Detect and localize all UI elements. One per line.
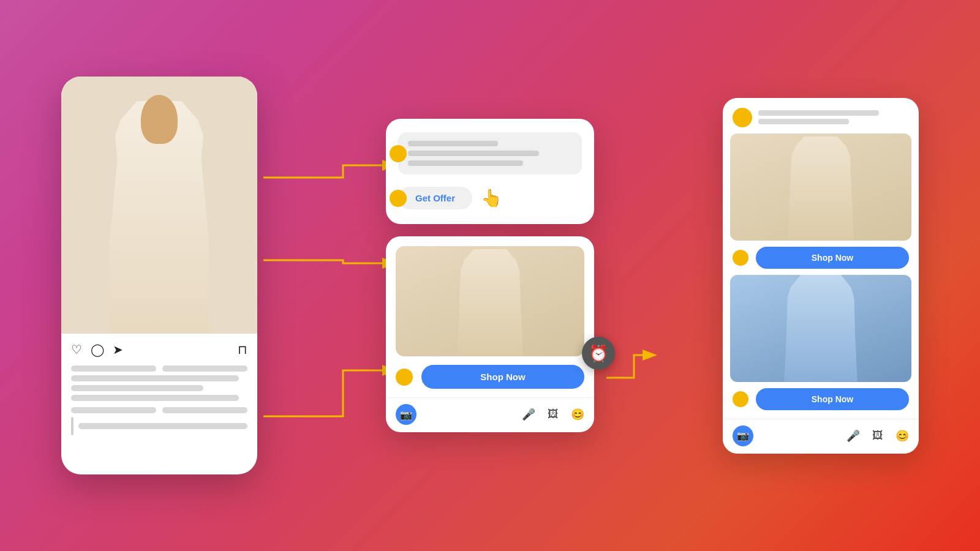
phone-bar-accent xyxy=(71,417,74,435)
product-image-middle xyxy=(396,246,584,356)
hand-icon: 👆 xyxy=(481,188,502,208)
share-icon[interactable]: ➤ xyxy=(113,342,123,357)
phone-text-line xyxy=(162,365,247,372)
phone-text-line xyxy=(71,385,203,391)
product-chat-card: Shop Now 📷 🎤 🖼 😊 xyxy=(386,236,594,432)
shop-now-button-middle[interactable]: Shop Now xyxy=(421,365,584,389)
shop-dot xyxy=(396,369,413,386)
phone-actions: ♡ ◯ ➤ ⊓ xyxy=(71,342,247,357)
footer-icons-right: 🎤 🖼 😊 xyxy=(846,429,909,443)
bubble-text-line xyxy=(408,151,539,156)
phone-text-line xyxy=(71,407,156,413)
phone-text-line xyxy=(78,423,247,429)
chat-footer-middle: 📷 🎤 🖼 😊 xyxy=(386,397,594,432)
offer-chat-card: Get Offer 👆 xyxy=(386,119,594,224)
sticker-icon-right[interactable]: 😊 xyxy=(895,429,909,443)
camera-button-right[interactable]: 📷 xyxy=(733,425,753,446)
phone-actions-left: ♡ ◯ ➤ xyxy=(71,342,123,357)
offer-dot xyxy=(390,190,407,207)
right-shop-row-2: Shop Now xyxy=(723,382,919,419)
right-dot-1 xyxy=(733,250,748,266)
footer-icons-middle: 🎤 🖼 😊 xyxy=(522,408,584,421)
shop-now-button-right-1[interactable]: Shop Now xyxy=(756,247,909,269)
main-scene: ♡ ◯ ➤ ⊓ xyxy=(61,37,919,514)
bubble-text-line xyxy=(408,160,523,166)
clock-badge: ⏰ xyxy=(582,337,615,370)
right-shop-row-1: Shop Now xyxy=(723,241,919,275)
comment-icon[interactable]: ◯ xyxy=(91,342,104,357)
right-header xyxy=(723,98,919,133)
right-chat-card: Shop Now Shop Now 📷 🎤 🖼 😊 xyxy=(723,98,919,454)
sticker-icon-middle[interactable]: 😊 xyxy=(571,408,584,421)
bubble-text-line xyxy=(408,141,498,146)
phone-text-line xyxy=(71,365,156,372)
phone-card: ♡ ◯ ➤ ⊓ xyxy=(61,77,257,474)
phone-text-pair-1 xyxy=(71,365,247,372)
phone-text-line xyxy=(71,375,239,381)
right-product-image-2 xyxy=(730,275,911,382)
right-footer: 📷 🎤 🖼 😊 xyxy=(723,419,919,454)
get-offer-row: Get Offer 👆 xyxy=(398,187,582,209)
right-dot-2 xyxy=(733,391,748,407)
middle-section: Get Offer 👆 Shop Now 📷 🎤 🖼 😊 xyxy=(386,119,594,432)
header-line xyxy=(758,110,879,116)
bookmark-icon[interactable]: ⊓ xyxy=(238,342,247,357)
phone-bottom-bar xyxy=(71,417,247,435)
phone-text-lines xyxy=(71,375,247,401)
bubble-dot xyxy=(390,145,407,162)
like-icon[interactable]: ♡ xyxy=(71,342,82,357)
mic-icon-middle[interactable]: 🎤 xyxy=(522,408,535,421)
phone-text-pair-2 xyxy=(71,407,247,413)
phone-product-image xyxy=(61,77,257,334)
phone-body: ♡ ◯ ➤ ⊓ xyxy=(61,334,257,474)
camera-button-middle[interactable]: 📷 xyxy=(396,404,417,425)
shop-now-row: Shop Now xyxy=(386,356,594,397)
right-avatar xyxy=(733,108,752,127)
mic-icon-right[interactable]: 🎤 xyxy=(846,429,860,443)
phone-text-line xyxy=(71,395,239,401)
get-offer-button[interactable]: Get Offer xyxy=(398,187,472,209)
right-header-lines xyxy=(758,110,909,124)
phone-text-line xyxy=(162,407,247,413)
shop-now-button-right-2[interactable]: Shop Now xyxy=(756,388,909,410)
header-line xyxy=(758,119,849,124)
chat-bubble xyxy=(398,132,582,174)
photo-icon-middle[interactable]: 🖼 xyxy=(548,408,559,421)
right-product-image-1 xyxy=(730,133,911,241)
photo-icon-right[interactable]: 🖼 xyxy=(872,429,883,443)
